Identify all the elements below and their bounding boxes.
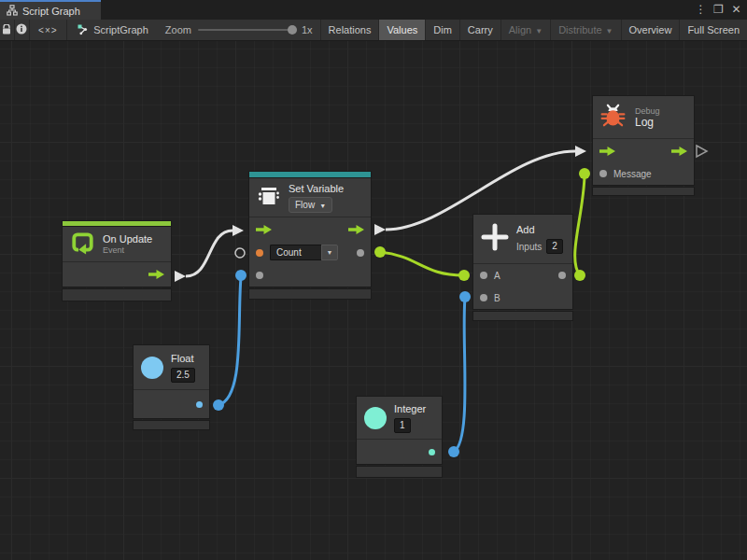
wire-setvariable-add[interactable] — [380, 252, 463, 275]
wire-endpoint-dot[interactable] — [579, 168, 590, 179]
graph-name-label: ScriptGraph — [93, 24, 148, 35]
node-title: Log — [635, 117, 660, 129]
integer-output-port[interactable] — [429, 449, 435, 455]
node-color-bar — [249, 172, 371, 178]
values-button[interactable]: Values — [379, 20, 426, 40]
node-footer — [63, 289, 171, 301]
variable-kind-value: Flow — [295, 199, 315, 211]
zoom-control: Zoom 1x — [158, 20, 320, 40]
maximize-icon[interactable]: ❐ — [712, 0, 726, 20]
wire-endpoint-dot[interactable] — [459, 291, 471, 302]
wire-onupdate-setvariable[interactable] — [186, 231, 233, 276]
graph-window-icon — [7, 3, 18, 20]
tab-title: Script Graph — [22, 6, 80, 17]
node-footer — [593, 188, 694, 195]
wire-add-debuglog[interactable] — [575, 175, 585, 275]
value-input-port[interactable] — [256, 272, 263, 279]
variable-name-port[interactable] — [256, 249, 263, 257]
wire-endpoint-dot[interactable] — [574, 270, 585, 281]
align-label: Align — [509, 24, 531, 35]
graph-toolbar: <×> ScriptGraph Zoom 1x Relations Values… — [0, 20, 747, 41]
node-debug-log[interactable]: Debug Log Message — [593, 96, 694, 195]
distribute-label: Distribute — [558, 24, 601, 35]
node-footer — [357, 467, 442, 477]
wire-endpoint-dot[interactable] — [448, 446, 459, 457]
zoom-slider[interactable] — [198, 29, 295, 31]
float-value-field[interactable]: 2.5 — [171, 368, 195, 383]
input-a-label: A — [494, 271, 500, 281]
code-toggle-icon: <×> — [38, 25, 58, 35]
node-title: Set Variable — [289, 183, 344, 195]
lock-icon — [2, 24, 11, 36]
script-graph-window: Script Graph ⋮ ❐ ✕ <×> ScriptGraph — [0, 0, 747, 560]
variable-name-dropdown[interactable]: Count ▼ — [270, 245, 338, 260]
wire-float-setvariable[interactable] — [218, 277, 241, 405]
plus-icon — [481, 223, 509, 255]
inputs-label: Inputs — [516, 242, 542, 252]
node-on-update[interactable]: On Update Event — [63, 221, 171, 301]
node-float[interactable]: Float 2.5 — [134, 345, 209, 429]
info-icon — [16, 23, 27, 36]
full-screen-button[interactable]: Full Screen — [680, 20, 747, 40]
relations-button[interactable]: Relations — [320, 20, 380, 40]
tab-script-graph[interactable]: Script Graph — [0, 0, 101, 20]
overview-button[interactable]: Overview — [622, 20, 681, 40]
wire-integer-add[interactable] — [454, 298, 465, 452]
zoom-slider-handle[interactable] — [288, 25, 297, 35]
message-label: Message — [613, 169, 652, 179]
inputs-count-field[interactable]: 2 — [546, 239, 563, 254]
value-output-port[interactable] — [357, 249, 364, 257]
flow-output-port[interactable] — [148, 266, 164, 283]
node-title: Float — [171, 353, 195, 365]
unconnected-flow-triangle[interactable] — [697, 146, 707, 157]
dim-button[interactable]: Dim — [426, 20, 460, 40]
message-input-port[interactable] — [599, 170, 607, 177]
zoom-label: Zoom — [165, 24, 191, 35]
flow-output-port[interactable] — [671, 143, 687, 160]
node-add[interactable]: Add Inputs 2 A B — [473, 215, 572, 320]
tab-bar: Script Graph ⋮ ❐ ✕ — [0, 0, 747, 20]
wire-end-arrow[interactable] — [233, 225, 244, 236]
variable-name-value: Count — [270, 245, 321, 260]
more-menu-icon[interactable]: ⋮ — [694, 0, 708, 20]
wire-start-arrow[interactable] — [374, 224, 386, 235]
chevron-down-icon: ▼ — [319, 200, 326, 212]
unconnected-port-ring[interactable] — [235, 248, 245, 258]
variable-icon — [257, 185, 281, 211]
input-b-port[interactable] — [480, 294, 487, 301]
node-integer[interactable]: Integer 1 — [357, 397, 442, 477]
info-button[interactable] — [15, 20, 30, 40]
close-icon[interactable]: ✕ — [729, 0, 743, 20]
code-toggle-button[interactable]: <×> — [30, 20, 68, 40]
align-button[interactable]: Align ▼ — [501, 20, 551, 40]
sum-output-port[interactable] — [558, 272, 566, 279]
distribute-button[interactable]: Distribute ▼ — [551, 20, 621, 40]
graph-canvas[interactable]: On Update Event — [0, 41, 747, 560]
lock-button[interactable] — [0, 20, 15, 40]
chevron-down-icon: ▼ — [535, 27, 543, 35]
wire-endpoint-dot[interactable] — [374, 246, 386, 258]
node-set-variable[interactable]: Set Variable Flow ▼ — [249, 172, 371, 299]
node-subtitle: Event — [103, 245, 152, 256]
wire-endpoint-dot[interactable] — [458, 270, 470, 281]
node-footer — [473, 312, 572, 320]
float-type-icon — [141, 357, 163, 379]
flow-input-port[interactable] — [256, 221, 272, 238]
wire-end-arrow[interactable] — [575, 146, 586, 157]
wire-start-arrow[interactable] — [175, 271, 186, 282]
wire-endpoint-dot[interactable] — [235, 270, 247, 281]
integer-type-icon — [364, 407, 387, 429]
carry-button[interactable]: Carry — [460, 20, 501, 40]
flow-input-port[interactable] — [599, 143, 615, 160]
flow-output-port[interactable] — [348, 221, 364, 238]
input-b-label: B — [494, 293, 500, 303]
variable-kind-dropdown[interactable]: Flow ▼ — [289, 197, 332, 213]
wire-endpoint-dot[interactable] — [213, 399, 224, 411]
node-footer — [249, 289, 371, 299]
input-a-port[interactable] — [480, 272, 487, 279]
node-title: Add — [516, 224, 563, 236]
zoom-value: 1x — [302, 24, 313, 35]
float-output-port[interactable] — [196, 401, 203, 408]
integer-value-field[interactable]: 1 — [394, 418, 411, 433]
bug-icon — [600, 103, 626, 132]
